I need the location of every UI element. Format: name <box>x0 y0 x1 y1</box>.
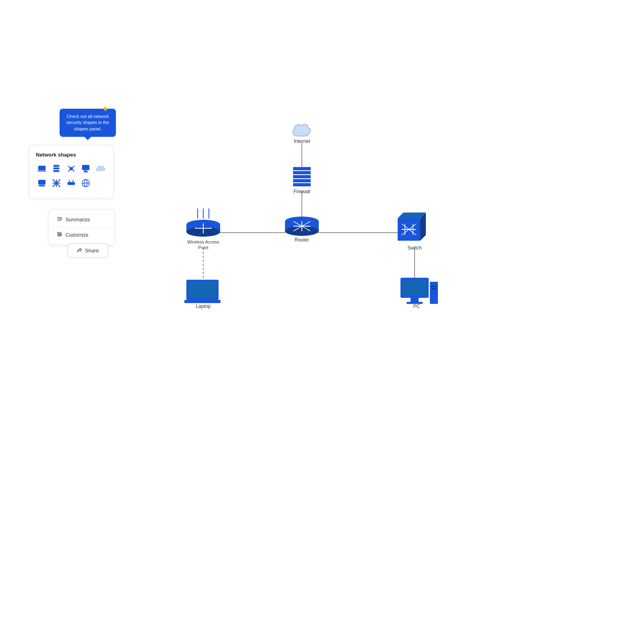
svg-rect-68 <box>188 281 217 298</box>
summarize-label: Summarize <box>66 217 90 223</box>
switch-node[interactable] <box>398 213 426 241</box>
shape-laptop2-icon[interactable] <box>36 177 48 189</box>
svg-rect-0 <box>38 166 45 171</box>
share-label: Share <box>85 248 99 254</box>
shapes-panel: Network shapes <box>29 145 114 198</box>
laptop-node[interactable] <box>184 280 221 303</box>
svg-rect-75 <box>431 288 437 289</box>
router-label: Router <box>295 237 309 243</box>
shape-cloud-icon[interactable] <box>95 163 107 175</box>
svg-rect-70 <box>402 279 427 295</box>
wap-label: Wireless Access <box>187 239 220 244</box>
shape-laptop-icon[interactable] <box>36 163 48 175</box>
share-button[interactable]: Share <box>68 244 108 258</box>
svg-rect-3 <box>54 167 60 169</box>
svg-rect-42 <box>293 183 311 186</box>
customize-button[interactable]: Customize <box>54 229 109 241</box>
svg-rect-71 <box>411 298 419 302</box>
customize-label: Customize <box>66 232 89 238</box>
svg-point-30 <box>60 233 62 235</box>
svg-rect-74 <box>431 286 437 287</box>
divider <box>54 227 109 227</box>
shape-server-icon[interactable] <box>50 163 62 175</box>
svg-rect-19 <box>68 182 75 185</box>
shape-cross-icon[interactable] <box>50 177 62 189</box>
pc-node[interactable] <box>400 278 438 304</box>
share-button-wrap: Share <box>68 244 108 258</box>
wap-node[interactable] <box>186 208 220 237</box>
laptop-label: Laptop <box>196 303 211 309</box>
svg-rect-4 <box>54 170 60 172</box>
svg-rect-73 <box>430 282 438 304</box>
customize-icon <box>57 231 62 238</box>
shape-desktop-icon[interactable] <box>80 163 92 175</box>
switch-label: Switch <box>407 245 421 251</box>
svg-point-31 <box>58 235 60 237</box>
pc-label: PC <box>413 303 420 309</box>
svg-point-25 <box>61 218 62 220</box>
svg-point-14 <box>38 185 45 187</box>
svg-rect-13 <box>38 180 45 185</box>
shapes-panel-title: Network shapes <box>36 152 107 158</box>
svg-rect-10 <box>82 165 89 170</box>
internet-label: Internet <box>294 138 310 144</box>
actions-panel: Summarize Customize <box>48 209 115 245</box>
svg-rect-11 <box>85 171 87 172</box>
svg-line-21 <box>72 180 73 182</box>
wap-label2: Point <box>198 245 208 250</box>
svg-rect-38 <box>293 167 311 170</box>
svg-rect-1 <box>37 171 46 172</box>
sparkle-small-icon: ✦ <box>104 106 108 112</box>
summarize-button[interactable]: Summarize <box>54 214 109 225</box>
firewall-label: Firewall <box>293 189 310 194</box>
svg-point-29 <box>58 232 60 234</box>
diagram-canvas: Internet Firewall Router <box>141 105 455 314</box>
svg-rect-2 <box>54 165 60 167</box>
router-node[interactable] <box>285 217 319 236</box>
shapes-grid <box>36 163 107 189</box>
firewall-node[interactable] <box>293 167 311 186</box>
shape-globe-icon[interactable] <box>80 177 92 189</box>
shape-hub-icon[interactable] <box>65 163 77 175</box>
shape-router-icon[interactable] <box>65 177 77 189</box>
svg-rect-39 <box>293 171 311 174</box>
summarize-icon <box>57 216 62 223</box>
svg-rect-41 <box>293 179 311 182</box>
internet-node[interactable] <box>293 124 310 136</box>
svg-line-20 <box>69 180 70 182</box>
share-icon <box>77 247 83 254</box>
svg-rect-40 <box>293 175 311 178</box>
svg-rect-12 <box>84 171 88 172</box>
svg-rect-67 <box>184 300 221 303</box>
